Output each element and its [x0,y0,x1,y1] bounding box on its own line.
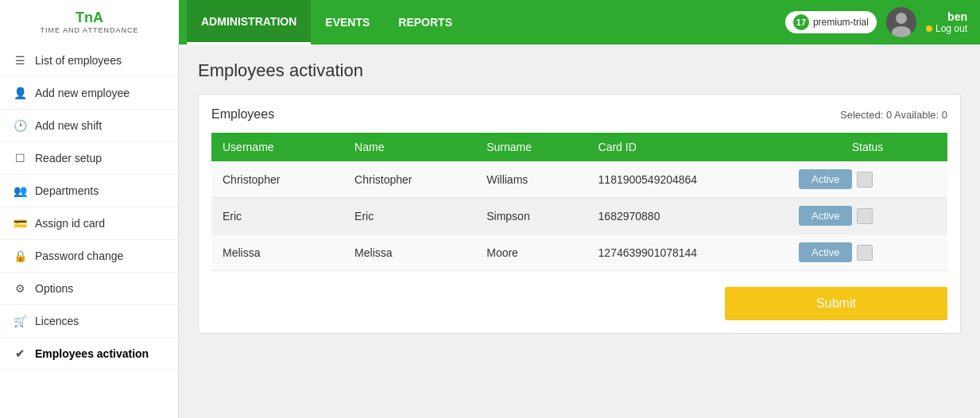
col-surname: Surname [475,133,587,161]
cell-username: Eric [211,198,343,234]
sidebar-label-assign-id-card: Assign id card [35,217,105,230]
sidebar-item-assign-id-card[interactable]: 💳 Assign id card [0,207,178,240]
cell-status: Active [788,234,947,271]
cell-username: Melissa [211,234,343,271]
trial-label: premium-trial [813,17,869,28]
page-title: Employees activation [198,60,961,81]
logo-icon: TnA [76,10,103,25]
sidebar-item-licences[interactable]: 🛒 Licences [0,305,178,338]
sidebar-label-reader-setup: Reader setup [35,152,102,164]
password-change-icon: 🔒 [13,250,27,262]
col-card-id: Card ID [587,133,788,161]
cell-username: Christopher [211,161,343,198]
employees-table: Username Name Surname Card ID Status Chr… [211,133,947,271]
sidebar-item-add-new-employee[interactable]: 👤 Add new employee [0,77,178,110]
sidebar-label-licences: Licences [35,315,79,327]
status-toggle[interactable] [857,172,873,188]
sidebar-label-employees-activation: Employees activation [35,347,149,360]
logout-label[interactable]: Log out [935,23,967,34]
user-name: ben [947,10,967,23]
logo-text: TIME AND ATTENDANCE [41,26,139,34]
cell-card-id: 1274639901078144 [587,234,788,271]
status-toggle[interactable] [857,208,873,224]
trial-count: 17 [793,14,809,30]
options-icon: ⚙ [13,282,27,295]
nav-events[interactable]: EVENTS [311,0,384,45]
cell-status: Active [788,198,947,234]
logout-dot [926,25,932,32]
status-button[interactable]: Active [799,169,852,189]
status-button[interactable]: Active [799,242,852,262]
submit-button[interactable]: Submit [725,287,947,320]
submit-row: Submit [211,287,947,320]
sidebar-label-options: Options [35,282,73,295]
table-body: Christopher Christopher Williams 1181900… [211,161,947,271]
col-name: Name [343,133,475,161]
table-row: Christopher Christopher Williams 1181900… [211,161,947,198]
reader-setup-icon: ☐ [13,152,27,164]
main-layout: ☰ List of employees 👤 Add new employee 🕐… [0,45,980,418]
card-header: Employees Selected: 0 Available: 0 [211,107,947,122]
cell-surname: Williams [475,161,587,198]
nav-right: 17 premium-trial ben Log out [785,7,980,37]
sidebar-label-departments: Departments [35,184,99,197]
sidebar-item-list-of-employees[interactable]: ☰ List of employees [0,45,178,77]
logo-area: TnA TIME AND ATTENDANCE [0,0,179,45]
list-employees-icon: ☰ [13,54,27,67]
sidebar: ☰ List of employees 👤 Add new employee 🕐… [0,45,179,418]
employees-activation-icon: ✔ [13,347,27,360]
col-username: Username [211,133,343,161]
table-header-row: Username Name Surname Card ID Status [211,133,947,161]
card-title: Employees [211,107,274,122]
nav-reports[interactable]: REPORTS [384,0,467,45]
cell-surname: Moore [475,234,587,271]
trial-badge: 17 premium-trial [785,11,877,33]
status-button[interactable]: Active [799,206,852,226]
sidebar-item-add-new-shift[interactable]: 🕐 Add new shift [0,110,178,142]
svg-point-1 [896,13,907,24]
sidebar-label-add-new-employee: Add new employee [35,87,130,99]
status-toggle[interactable] [857,245,873,261]
user-info: ben Log out [926,10,967,34]
cell-card-id: 1181900549204864 [587,161,788,198]
cell-surname: Simpson [475,198,587,234]
add-employee-icon: 👤 [13,87,27,99]
sidebar-item-password-change[interactable]: 🔒 Password change [0,240,178,273]
cell-card-id: 1682970880 [587,198,788,234]
table-row: Eric Eric Simpson 1682970880 Active [211,198,947,234]
assign-id-card-icon: 💳 [13,217,27,230]
nav-links: ADMINISTRATION EVENTS REPORTS [179,0,785,45]
cell-name: Christopher [343,161,475,198]
sidebar-item-options[interactable]: ⚙ Options [0,273,178,305]
logout-link[interactable]: Log out [926,23,967,34]
cell-name: Melissa [343,234,475,271]
sidebar-label-list-of-employees: List of employees [35,54,122,67]
status-cell: Active [799,206,936,226]
departments-icon: 👥 [13,184,27,197]
sidebar-item-employees-activation[interactable]: ✔ Employees activation [0,338,178,370]
sidebar-label-password-change: Password change [35,250,123,262]
cell-name: Eric [343,198,475,234]
table-head: Username Name Surname Card ID Status [211,133,947,161]
selected-available: Selected: 0 Available: 0 [840,109,947,121]
avatar [886,7,916,37]
status-cell: Active [799,242,936,262]
employees-card: Employees Selected: 0 Available: 0 Usern… [198,94,961,334]
sidebar-label-add-new-shift: Add new shift [35,119,102,132]
table-row: Melissa Melissa Moore 1274639901078144 A… [211,234,947,271]
cell-status: Active [788,161,947,198]
sidebar-item-departments[interactable]: 👥 Departments [0,175,178,207]
status-cell: Active [799,169,936,189]
top-navigation: TnA TIME AND ATTENDANCE ADMINISTRATION E… [0,0,980,45]
content-area: Employees activation Employees Selected:… [179,45,980,418]
licences-icon: 🛒 [13,315,27,327]
col-status: Status [788,133,947,161]
add-shift-icon: 🕐 [13,119,27,132]
sidebar-item-reader-setup[interactable]: ☐ Reader setup [0,142,178,175]
nav-administration[interactable]: ADMINISTRATION [187,0,311,45]
